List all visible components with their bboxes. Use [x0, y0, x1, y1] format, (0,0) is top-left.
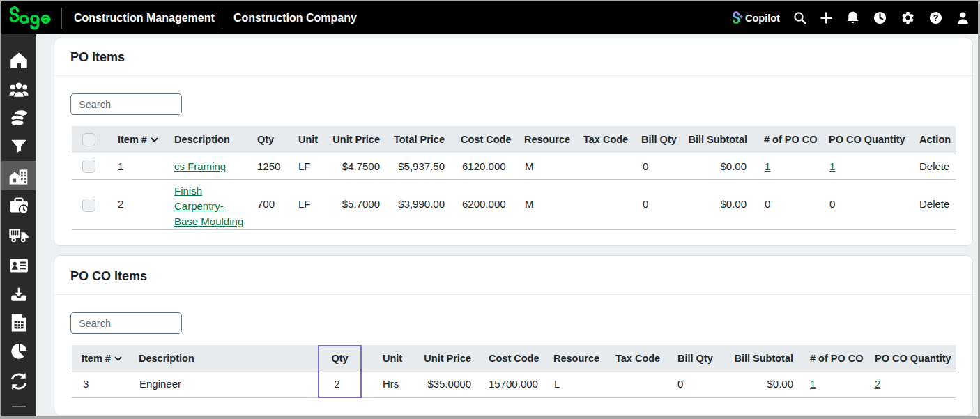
svg-text:?: ?: [933, 13, 939, 23]
